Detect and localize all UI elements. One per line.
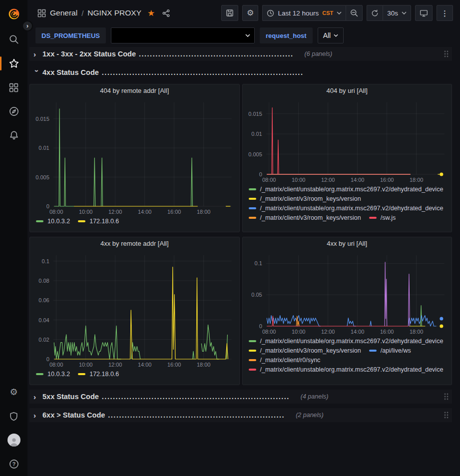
chevron-right-icon: ›: [33, 50, 40, 58]
variable-select-request-host[interactable]: All: [318, 27, 344, 43]
timeseries-chart[interactable]: 08:0010:0012:0014:0016:0018:0000.0050.01…: [243, 97, 452, 184]
timeseries-chart[interactable]: 08:0010:0012:0014:0016:0018:0000.020.040…: [30, 250, 239, 369]
apps-grid-icon: [37, 9, 46, 17]
legend-label: /_matrix/client/r0/sync: [260, 357, 321, 364]
panel-grid-row-2: 4xx by remote addr [All] 08:0010:0012:00…: [29, 237, 452, 385]
svg-text:0.08: 0.08: [38, 278, 49, 284]
legend-item[interactable]: /_matrix/client/unstable/org.matrix.msc2…: [249, 366, 444, 373]
legend-label: /_matrix/client/v3/room_keys/version: [260, 195, 361, 202]
timeseries-chart[interactable]: 08:0010:0012:0014:0016:0018:0000.050.1: [243, 250, 452, 336]
svg-text:10:00: 10:00: [291, 177, 305, 183]
row-header-6xx[interactable]: › 6xx > Status Code ....................…: [29, 408, 452, 422]
variable-label-ds-prometheus: DS_PROMETHEUS: [35, 27, 106, 43]
variable-label-request-host: request_host: [260, 27, 313, 43]
more-options-button[interactable]: ⋮: [437, 5, 453, 21]
sidebar-item-alerting[interactable]: [0, 123, 27, 147]
legend-item[interactable]: 10.0.3.2: [36, 371, 70, 378]
row-drag-handle-icon[interactable]: [443, 411, 449, 420]
legend-label: /_matrix/client/v3/room_keys/version: [260, 214, 361, 221]
help-icon: ?: [9, 459, 19, 469]
row-header-5xx[interactable]: › 5xx Status Code ......................…: [29, 390, 452, 404]
legend-label: 10.0.3.2: [47, 371, 70, 378]
zoom-out-time-button[interactable]: [346, 5, 363, 21]
legend-swatch: [249, 198, 256, 200]
legend-swatch: [249, 217, 256, 219]
panel-title[interactable]: 4xx by remote addr [All]: [30, 237, 239, 250]
refresh-interval-button[interactable]: 30s: [383, 5, 411, 21]
chevron-down-icon: [337, 11, 342, 14]
legend-item[interactable]: /api/live/ws: [369, 347, 411, 354]
row-title-dots: ........................................…: [139, 50, 294, 58]
svg-text:10:00: 10:00: [79, 362, 93, 368]
sidebar-item-configuration[interactable]: ⚙: [0, 380, 27, 404]
legend-item[interactable]: /_matrix/client/unstable/org.matrix.msc2…: [249, 338, 444, 345]
breadcrumb-dashboard-title[interactable]: NGINX PROXY: [87, 8, 141, 17]
save-dashboard-button[interactable]: [221, 5, 238, 21]
svg-text:18:00: 18:00: [197, 362, 211, 368]
row-header-1xx-3xx-2xx[interactable]: › 1xx - 3xx - 2xx Status Code ..........…: [29, 47, 452, 61]
sidebar: ⚙ ?: [0, 0, 27, 476]
sidebar-item-profile[interactable]: [0, 428, 27, 452]
share-icon[interactable]: [162, 9, 170, 17]
svg-text:0.02: 0.02: [38, 337, 49, 343]
svg-text:18:00: 18:00: [409, 177, 423, 183]
tv-mode-button[interactable]: [415, 5, 433, 21]
sidebar-item-explore[interactable]: [0, 99, 27, 123]
legend-item[interactable]: /_matrix/client/v3/room_keys/version: [249, 195, 361, 202]
svg-text:0.015: 0.015: [35, 116, 49, 122]
row-drag-handle-icon[interactable]: [443, 392, 449, 401]
svg-text:14:00: 14:00: [138, 209, 152, 215]
panel-title[interactable]: 4xx by uri [All]: [243, 237, 452, 250]
svg-text:0.05: 0.05: [251, 292, 262, 298]
panel-title[interactable]: 404 by uri [All]: [243, 84, 452, 97]
legend-swatch: [369, 350, 377, 352]
time-range-button[interactable]: Last 12 hours CST: [262, 5, 346, 21]
legend-item[interactable]: /_matrix/client/r0/sync: [249, 357, 321, 364]
svg-text:0: 0: [46, 356, 49, 362]
dashboard-canvas: › 1xx - 3xx - 2xx Status Code ..........…: [27, 45, 460, 476]
legend-swatch: [78, 373, 85, 375]
sidebar-item-server-admin[interactable]: [0, 404, 27, 428]
row-header-4xx[interactable]: › 4xx Status Code ......................…: [29, 65, 452, 79]
svg-text:18:00: 18:00: [409, 329, 423, 335]
refresh-group: 30s: [367, 5, 411, 21]
legend-item[interactable]: /_matrix/client/unstable/org.matrix.msc2…: [249, 186, 444, 193]
legend-swatch: [249, 340, 256, 342]
svg-text:08:00: 08:00: [49, 362, 63, 368]
legend-item[interactable]: 172.18.0.6: [78, 371, 119, 378]
legend-item[interactable]: 10.0.3.2: [36, 218, 70, 225]
row-drag-handle-icon[interactable]: [443, 49, 449, 58]
legend-item[interactable]: /_matrix/client/v3/room_keys/version: [249, 347, 361, 354]
svg-text:0.015: 0.015: [248, 111, 262, 117]
sidebar-item-search[interactable]: [0, 27, 27, 51]
breadcrumb-folder[interactable]: General: [50, 8, 77, 17]
svg-text:0.01: 0.01: [38, 145, 49, 151]
legend-label: /_matrix/client/unstable/org.matrix.msc2…: [260, 366, 444, 373]
legend-item[interactable]: /_matrix/client/v3/room_keys/version: [249, 214, 361, 221]
sidebar-item-dashboards[interactable]: [0, 75, 27, 99]
refresh-button[interactable]: [367, 5, 383, 21]
legend-swatch: [36, 220, 43, 222]
timeseries-chart[interactable]: 08:0010:0012:0014:0016:0018:0000.0050.01…: [30, 97, 239, 216]
sidebar-item-help[interactable]: ?: [0, 452, 27, 476]
legend-item[interactable]: /sw.js: [369, 214, 396, 221]
svg-text:0.1: 0.1: [41, 258, 49, 264]
star-icon: [9, 58, 19, 68]
variable-select-ds-prometheus[interactable]: [111, 27, 255, 43]
svg-text:0.06: 0.06: [38, 297, 49, 303]
row-title-dots: ........................................…: [108, 411, 285, 419]
legend-item[interactable]: /_matrix/client/unstable/org.matrix.msc2…: [249, 205, 444, 212]
legend-label: 172.18.0.6: [89, 218, 119, 225]
row-title-dots: ........................................…: [102, 393, 290, 401]
kebab-menu-icon: ⋮: [441, 9, 449, 17]
favorite-star-icon[interactable]: ★: [147, 8, 155, 18]
sidebar-expand-button[interactable]: ›: [22, 20, 33, 31]
legend-item[interactable]: 172.18.0.6: [78, 218, 119, 225]
dashboard-settings-button[interactable]: ⚙: [242, 5, 258, 21]
panel-title[interactable]: 404 by remote addr [All]: [30, 84, 239, 97]
refresh-interval-label: 30s: [387, 9, 398, 17]
legend-label: /_matrix/client/unstable/org.matrix.msc2…: [260, 338, 444, 345]
row-title: 1xx - 3xx - 2xx Status Code: [42, 50, 136, 58]
svg-text:18:00: 18:00: [197, 209, 211, 215]
sidebar-item-starred[interactable]: [0, 51, 27, 75]
